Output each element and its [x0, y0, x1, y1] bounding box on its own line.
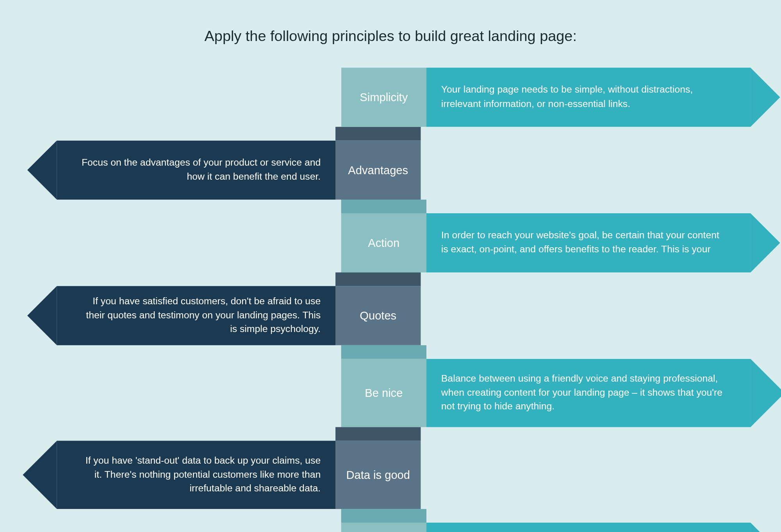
text-action: In order to reach your website's goal, b… — [426, 213, 751, 272]
infographic: Apply the following principles to build … — [0, 0, 781, 532]
text-be-nice: Balance between using a friendly voice a… — [426, 359, 751, 427]
label-simplicity: Simplicity — [341, 68, 426, 127]
text-data-is-good: If you have 'stand-out' data to back up … — [57, 441, 335, 509]
page-title: Apply the following principles to build … — [0, 27, 781, 45]
label-data-is-good: Data is good — [335, 441, 421, 509]
text-more-simplicity: Try to put yourself in the place of the … — [426, 523, 751, 532]
row-data-is-good: Data is good If you have 'stand-out' dat… — [57, 441, 429, 509]
row-quotes: Quotes If you have satisfied customers, … — [57, 286, 429, 345]
row-be-nice: Be nice Balance between using a friendly… — [341, 359, 781, 427]
text-advantages: Focus on the advantages of your product … — [57, 141, 335, 200]
text-quotes: If you have satisfied customers, don't b… — [57, 286, 335, 345]
row-advantages: Advantages Focus on the advantages of yo… — [57, 141, 429, 200]
row-action: Action In order to reach your website's … — [341, 213, 781, 272]
row-more-simplicity: More simplicity Try to put yourself in t… — [341, 523, 781, 532]
rows-container: Simplicity Your landing page needs to be… — [0, 68, 781, 532]
label-action: Action — [341, 213, 426, 272]
label-be-nice: Be nice — [341, 359, 426, 427]
label-advantages: Advantages — [335, 141, 421, 200]
label-more-simplicity: More simplicity — [341, 523, 426, 532]
text-simplicity: Your landing page needs to be simple, wi… — [426, 68, 751, 127]
row-simplicity: Simplicity Your landing page needs to be… — [341, 68, 781, 127]
label-quotes: Quotes — [335, 286, 421, 345]
